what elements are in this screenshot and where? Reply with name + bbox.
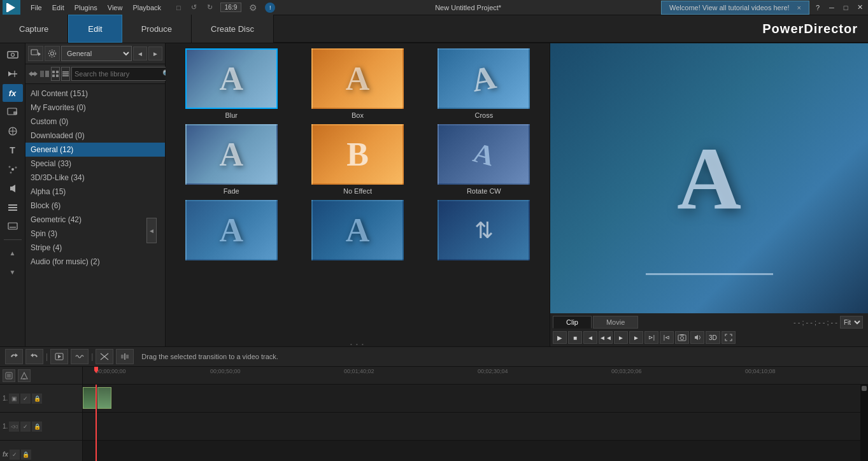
redo-button[interactable] [25,349,43,364]
svg-rect-17 [8,223,17,229]
track-row-1-video[interactable] [83,385,860,413]
audio-track-btn[interactable] [71,349,89,364]
category-my-favorites[interactable]: My Favorites (0) [25,101,165,115]
transition-row3a[interactable]: A [171,200,292,263]
timeline-v-scrollbar[interactable] [860,385,868,461]
grid-view-button[interactable] [51,67,60,81]
sidebar-capture-icon[interactable] [3,46,23,64]
menu-view[interactable]: View [105,3,125,13]
mark-in-button[interactable]: ⊳| [644,331,658,344]
close-button[interactable]: ✕ [854,2,865,13]
maximize-button[interactable]: □ [840,2,851,13]
transition-rotatecw[interactable]: A Rotate CW [423,124,544,195]
category-general[interactable]: General (12) [25,143,165,157]
play-button[interactable]: ▶ [553,331,567,344]
transitions-grid: A Blur A Box A Cross A [166,43,550,341]
sidebar-particle-icon[interactable] [3,160,23,178]
cut-button[interactable] [96,349,113,364]
split-button[interactable] [116,349,134,364]
transition-blur[interactable]: A Blur [171,48,292,119]
mark-out-button[interactable]: |⊲ [660,331,674,344]
timeline-home-button[interactable] [18,369,31,382]
transition-noeffect[interactable]: B No Effect [297,124,418,195]
timeline-settings-button[interactable] [3,369,15,382]
snapshot-button[interactable] [675,331,689,344]
fit-select[interactable]: Fit [840,316,863,329]
sidebar-subtitle-icon[interactable] [3,218,23,236]
category-geometric[interactable]: Geometric (42) [25,213,165,227]
fx-toggle[interactable]: ✓ [10,450,20,460]
edit-button[interactable]: Edit [68,15,122,43]
search-input[interactable] [75,70,162,78]
threed-button[interactable]: 3D [706,331,720,344]
video-clip-btn[interactable] [50,349,68,364]
capture-button[interactable]: Capture [0,15,68,43]
category-all-content[interactable]: All Content (151) [25,87,165,101]
next-frame-button[interactable]: ► [614,331,628,344]
collapse-panel-button[interactable]: ◄ [146,218,157,243]
stop-button[interactable]: ■ [568,331,582,344]
transition-box[interactable]: A Box [297,48,418,119]
sidebar-text-icon[interactable]: T [3,141,23,159]
track1-audio-lock[interactable]: 🔒 [32,422,42,432]
category-custom[interactable]: Custom (0) [25,115,165,129]
prev-keyframe-button[interactable]: ◄◄ [599,331,613,344]
track1-vis-toggle[interactable]: ✓ [20,394,31,404]
sidebar-down-icon[interactable]: ▼ [3,263,23,281]
category-alpha[interactable]: Alpha (15) [25,185,165,199]
sidebar-up-icon[interactable]: ▲ [3,244,23,262]
track1-audio-icon[interactable]: ◁◁ [9,422,19,432]
menu-playback[interactable]: Playback [130,3,164,13]
fullscreen-button[interactable] [722,331,736,344]
prev-category-button[interactable]: ◄ [133,46,147,60]
category-dropdown[interactable]: General [61,46,132,61]
track1-lock[interactable]: 🔒 [32,394,42,404]
menu-plugins[interactable]: Plugins [72,3,100,13]
track-content-area[interactable] [83,385,860,461]
sidebar-color-icon[interactable] [3,122,23,140]
undo-button[interactable] [5,349,23,364]
category-3d[interactable]: 3D/3D-Like (34) [25,171,165,185]
track1-audio-toggle[interactable]: ✓ [20,422,31,432]
track1-video-icon[interactable]: ▣ [9,394,19,404]
category-block[interactable]: Block (6) [25,199,165,213]
audio-button[interactable] [690,331,704,344]
next-category-button[interactable]: ► [148,46,162,60]
transition-row3b[interactable]: A [297,200,418,263]
prev-frame-button[interactable]: ◄ [583,331,597,344]
transition-tool1[interactable] [28,67,38,81]
fx-lock[interactable]: 🔒 [21,450,31,460]
sidebar-pip-icon[interactable] [3,103,23,121]
category-audio[interactable]: Audio (for music) (2) [25,255,165,269]
minimize-button[interactable]: ─ [826,2,837,13]
time-ruler[interactable]: 00;00;00;00 00;00;50;00 00;01;40;02 00;0… [83,367,868,384]
category-special[interactable]: Special (33) [25,157,165,171]
create-disc-button[interactable]: Create Disc [192,15,274,43]
category-stripe[interactable]: Stripe (4) [25,241,165,255]
next-keyframe-button[interactable]: ► [629,331,643,344]
produce-button[interactable]: Produce [122,15,192,43]
settings-button[interactable] [45,46,60,61]
welcome-close-button[interactable]: × [795,3,804,13]
preview-controls: Clip Movie - - ; - - ; - - ; - - Fit ▶ ■… [550,313,868,346]
sidebar-trim-icon[interactable] [3,65,23,83]
transition-tool2[interactable] [39,67,50,81]
import-button[interactable] [28,46,43,61]
sidebar-fx-icon[interactable]: fx [3,84,23,102]
sidebar-menu-icon[interactable] [3,199,23,216]
video-clip-1[interactable] [83,387,111,409]
track-row-1-audio[interactable] [83,413,860,441]
category-spin[interactable]: Spin (3) [25,227,165,241]
category-downloaded[interactable]: Downloaded (0) [25,129,165,143]
help-button[interactable]: ? [812,2,823,13]
menu-file[interactable]: File [28,3,45,13]
list-view-button[interactable] [61,67,70,81]
tab-clip[interactable]: Clip [553,316,592,329]
transition-fade[interactable]: A Fade [171,124,292,195]
menu-edit[interactable]: Edit [50,3,67,13]
transition-row3c[interactable]: ⇅ [423,200,544,263]
track-row-fx[interactable] [83,441,860,461]
sidebar-audio-icon[interactable] [3,180,23,197]
tab-movie[interactable]: Movie [593,316,638,329]
transition-cross[interactable]: A Cross [423,48,544,119]
